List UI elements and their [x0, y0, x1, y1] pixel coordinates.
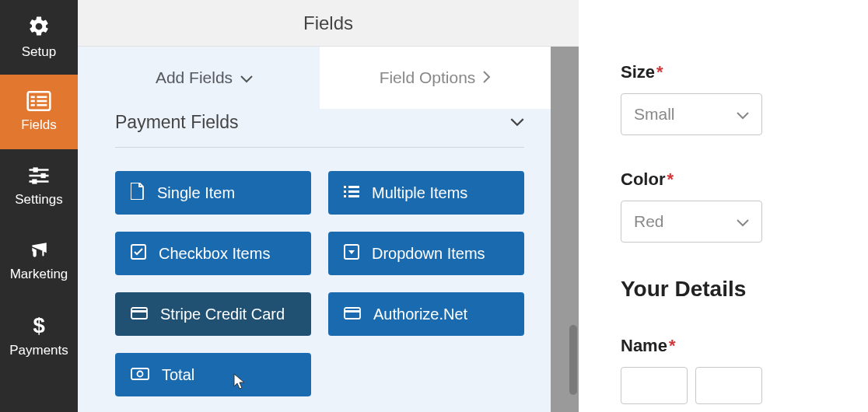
credit-card-icon: [344, 306, 361, 323]
dollar-icon: $: [32, 313, 46, 337]
caret-square-icon: [344, 244, 359, 264]
page-title: Fields: [78, 0, 579, 47]
bullhorn-icon: [27, 240, 51, 260]
chevron-down-icon: [240, 68, 253, 87]
field-label: Stripe Credit Card: [160, 306, 285, 323]
tab-label: Add Fields: [156, 68, 233, 87]
scrollbar-thumb[interactable]: [569, 325, 577, 395]
svg-point-27: [138, 371, 143, 376]
svg-rect-6: [37, 104, 47, 106]
field-dropdown-items[interactable]: Dropdown Items: [328, 232, 524, 275]
checkbox-icon: [131, 244, 146, 264]
field-label: Single Item: [157, 184, 235, 202]
svg-rect-18: [348, 190, 359, 193]
svg-rect-17: [348, 186, 359, 188]
form-preview: Size* Small Color* Red Your Details Name…: [590, 0, 856, 412]
required-asterisk: *: [656, 62, 663, 82]
sidebar-item-settings[interactable]: Settings: [0, 149, 78, 224]
svg-rect-19: [348, 195, 359, 197]
svg-rect-26: [131, 368, 149, 379]
label-color: Color*: [621, 169, 824, 190]
svg-rect-24: [345, 308, 360, 319]
select-value: Small: [634, 105, 675, 124]
chevron-right-icon: [483, 68, 491, 87]
svg-rect-25: [345, 310, 360, 312]
field-checkbox-items[interactable]: Checkbox Items: [115, 232, 311, 275]
tab-field-options[interactable]: Field Options: [320, 47, 551, 109]
field-multiple-items[interactable]: Multiple Items: [328, 171, 524, 215]
input-first-name[interactable]: [621, 367, 688, 404]
sidebar-item-label: Setup: [22, 44, 56, 60]
sidebar-item-label: Settings: [15, 192, 62, 208]
file-icon: [131, 183, 145, 204]
svg-rect-12: [32, 179, 37, 183]
required-asterisk: *: [669, 336, 676, 355]
sidebar-item-label: Fields: [21, 117, 56, 133]
chevron-down-icon: [737, 212, 749, 231]
svg-rect-5: [37, 100, 47, 103]
tabs: Add Fields Field Options: [89, 47, 551, 109]
field-total[interactable]: Total: [115, 353, 311, 396]
field-label: Authorize.Net: [373, 306, 467, 323]
chevron-down-icon[interactable]: [510, 116, 524, 130]
sidebar-item-payments[interactable]: $ Payments: [0, 299, 78, 373]
sliders-icon: [27, 166, 51, 186]
tab-add-fields[interactable]: Add Fields: [89, 47, 320, 109]
svg-rect-22: [131, 308, 147, 319]
svg-rect-4: [37, 96, 47, 99]
svg-rect-1: [31, 96, 35, 99]
chevron-down-icon: [737, 105, 749, 124]
select-value: Red: [634, 212, 664, 231]
sidebar: Setup Fields Settings Marketing $ Paymen…: [0, 0, 78, 412]
sidebar-item-label: Payments: [9, 343, 68, 358]
list-icon: [344, 184, 359, 202]
section-heading-your-details: Your Details: [621, 277, 824, 302]
svg-rect-23: [131, 310, 147, 312]
gear-icon: [27, 15, 51, 38]
field-single-item[interactable]: Single Item: [115, 171, 311, 215]
required-asterisk: *: [667, 169, 674, 189]
input-last-name[interactable]: [695, 367, 762, 404]
label-size: Size*: [621, 62, 824, 82]
field-label: Checkbox Items: [159, 245, 270, 263]
svg-rect-10: [33, 167, 38, 172]
select-color[interactable]: Red: [621, 201, 762, 243]
sidebar-item-fields[interactable]: Fields: [0, 75, 78, 149]
field-authorize-net[interactable]: Authorize.Net: [328, 292, 524, 336]
svg-rect-15: [344, 190, 346, 193]
sidebar-item-setup[interactable]: Setup: [0, 0, 78, 75]
select-size[interactable]: Small: [621, 93, 762, 135]
section-title: Payment Fields: [115, 112, 239, 133]
field-stripe-credit-card[interactable]: Stripe Credit Card: [115, 292, 311, 336]
list-icon: [26, 91, 51, 111]
svg-rect-2: [31, 100, 35, 103]
sidebar-item-marketing[interactable]: Marketing: [0, 224, 78, 299]
field-label: Dropdown Items: [372, 245, 485, 263]
svg-text:$: $: [33, 313, 45, 337]
credit-card-icon: [131, 306, 148, 323]
svg-rect-3: [31, 104, 35, 106]
tab-label: Field Options: [380, 68, 476, 87]
field-label: Multiple Items: [372, 184, 467, 202]
resize-gutter[interactable]: [551, 47, 579, 412]
svg-rect-16: [344, 195, 346, 197]
sidebar-item-label: Marketing: [10, 267, 68, 282]
svg-rect-11: [41, 173, 46, 178]
field-label: Total: [162, 366, 194, 384]
svg-rect-14: [344, 186, 346, 188]
label-name: Name*: [621, 336, 824, 356]
money-icon: [131, 366, 149, 384]
